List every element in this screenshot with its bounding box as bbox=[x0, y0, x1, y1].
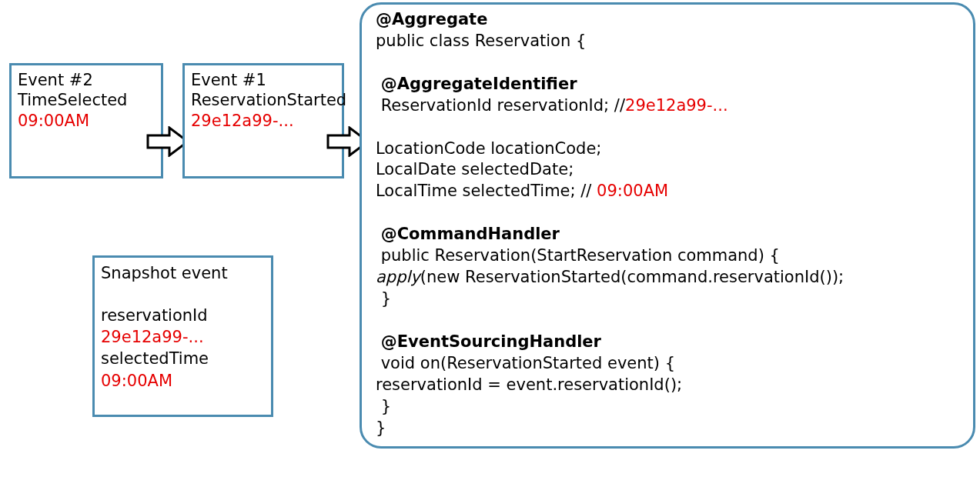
code-on-close: } bbox=[381, 397, 391, 415]
code-apply-args: (new ReservationStarted(command.reservat… bbox=[420, 268, 844, 286]
snapshot-field1: reservationId bbox=[101, 305, 265, 326]
code-reservationid-value: 29e12a99-... bbox=[625, 96, 728, 115]
code-selectedtime-value: 09:00AM bbox=[597, 182, 668, 200]
code-class-decl: public class Reservation { bbox=[376, 31, 959, 52]
snapshot-value1: 29e12a99-... bbox=[101, 326, 265, 348]
snapshot-box: Snapshot event reservationId 29e12a99-..… bbox=[92, 255, 273, 417]
code-annotation-aggid: @AggregateIdentifier bbox=[381, 75, 577, 93]
code-selectedtime-decl: LocalTime selectedTime; // bbox=[376, 182, 597, 200]
event-1-value: 29e12a99-... bbox=[191, 111, 336, 131]
snapshot-field2: selectedTime bbox=[101, 348, 265, 369]
code-apply-call: apply bbox=[376, 268, 420, 286]
event-2-value: 09:00AM bbox=[18, 111, 155, 131]
event-2-title: Event #2 bbox=[18, 70, 155, 90]
snapshot-value2: 09:00AM bbox=[101, 370, 265, 392]
event-1-name: ReservationStarted bbox=[191, 90, 336, 110]
code-annotation-aggregate: @Aggregate bbox=[376, 10, 487, 28]
code-locationcode: LocationCode locationCode; bbox=[376, 138, 959, 160]
code-onbody: reservationId = event.reservationId(); bbox=[376, 375, 959, 396]
code-constructor-close: } bbox=[381, 289, 391, 308]
code-constructor: public Reservation(StartReservation comm… bbox=[381, 246, 780, 265]
code-annotation-cmdhandler: @CommandHandler bbox=[381, 225, 560, 243]
aggregate-code-box: @Aggregate public class Reservation { @A… bbox=[360, 2, 975, 449]
code-reservationid-decl: ReservationId reservationId; // bbox=[381, 96, 625, 115]
snapshot-title: Snapshot event bbox=[101, 262, 265, 284]
event-1-box: Event #1 ReservationStarted 29e12a99-... bbox=[182, 63, 344, 178]
code-annotation-eshandler: @EventSourcingHandler bbox=[381, 332, 601, 351]
code-class-close: } bbox=[376, 418, 959, 439]
code-selecteddate: LocalDate selectedDate; bbox=[376, 159, 959, 181]
event-1-title: Event #1 bbox=[191, 70, 336, 90]
event-2-name: TimeSelected bbox=[18, 90, 155, 110]
event-2-box: Event #2 TimeSelected 09:00AM bbox=[9, 63, 163, 178]
code-onmethod: void on(ReservationStarted event) { bbox=[381, 354, 675, 372]
